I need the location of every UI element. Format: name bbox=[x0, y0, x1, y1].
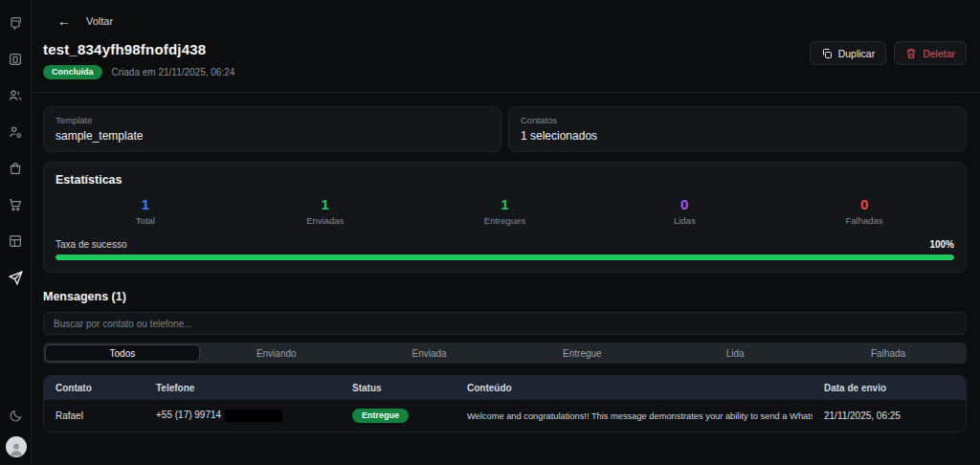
moon-icon[interactable] bbox=[5, 404, 28, 427]
copy-icon bbox=[821, 48, 833, 59]
tab-falhada[interactable]: Falhada bbox=[812, 344, 965, 362]
success-rate-label: Taxa de sucesso bbox=[56, 239, 127, 250]
messages-table: Contato Telefone Status Conteúdo Data de… bbox=[43, 375, 967, 432]
device-icon[interactable] bbox=[4, 48, 27, 71]
template-card: Template sample_template bbox=[43, 106, 501, 152]
statistics-card: Estatísticas 1 Total 1 Enviadas 1 Entreg… bbox=[43, 162, 967, 273]
col-conteudo: Conteúdo bbox=[456, 376, 813, 400]
tab-enviando[interactable]: Enviando bbox=[200, 344, 353, 362]
stat-lidas: 0 Lidas bbox=[594, 196, 774, 226]
users-icon[interactable] bbox=[4, 84, 27, 107]
page-title: test_834yfh98fnofdj438 bbox=[43, 41, 234, 57]
stat-total: 1 Total bbox=[56, 196, 235, 226]
search-input[interactable] bbox=[43, 312, 967, 335]
contacts-label: Contatos bbox=[521, 115, 954, 125]
col-status: Status bbox=[341, 376, 456, 400]
back-arrow-icon[interactable]: ← bbox=[57, 14, 71, 28]
cell-date: 21/11/2025, 06:25 bbox=[813, 400, 967, 432]
tab-todos[interactable]: Todos bbox=[45, 344, 200, 362]
status-badge: Concluída bbox=[43, 65, 102, 79]
phone-redaction-box bbox=[225, 410, 282, 422]
messages-title: Mensagens (1) bbox=[32, 273, 980, 303]
stat-enviadas: 1 Enviadas bbox=[235, 196, 415, 226]
success-progress-bar bbox=[56, 255, 954, 260]
statistics-title: Estatísticas bbox=[56, 173, 954, 187]
table-header-row: Contato Telefone Status Conteúdo Data de… bbox=[44, 376, 967, 400]
success-rate-value: 100% bbox=[929, 239, 954, 250]
back-link[interactable]: Voltar bbox=[86, 15, 113, 27]
shopping-cart-icon[interactable] bbox=[4, 193, 27, 216]
tab-entregue[interactable]: Entregue bbox=[505, 344, 658, 362]
main-content: ← Voltar test_834yfh98fnofdj438 Concluíd… bbox=[32, 0, 980, 465]
contacts-value: 1 selecionados bbox=[521, 129, 954, 143]
col-telefone: Telefone bbox=[145, 376, 341, 400]
cell-phone: +55 (17) 99714 bbox=[145, 400, 341, 432]
back-row: ← Voltar bbox=[32, 0, 980, 28]
template-label: Template bbox=[56, 115, 489, 125]
trash-icon bbox=[905, 48, 917, 59]
cell-content: Welcome and congratulations!! This messa… bbox=[456, 400, 813, 432]
success-progress-fill bbox=[56, 255, 954, 260]
cell-contact: Rafael bbox=[44, 400, 145, 432]
tab-enviada[interactable]: Enviada bbox=[353, 344, 506, 362]
stat-entregues: 1 Entregues bbox=[415, 196, 595, 226]
contacts-card: Contatos 1 selecionados bbox=[508, 106, 967, 152]
sidebar bbox=[0, 0, 32, 465]
duplicate-button[interactable]: Duplicar bbox=[810, 41, 887, 65]
col-data-de-envio: Data de envio bbox=[813, 376, 967, 400]
stat-falhadas: 0 Falhadas bbox=[774, 196, 954, 226]
created-at-text: Criada em 21/11/2025, 06:24 bbox=[112, 67, 235, 78]
chat-bubbles-icon[interactable] bbox=[4, 11, 27, 34]
shopping-bag-icon[interactable] bbox=[4, 157, 27, 180]
delete-button[interactable]: Deletar bbox=[894, 41, 967, 65]
col-contato: Contato bbox=[44, 376, 145, 400]
status-filter-tabs: Todos Enviando Enviada Entregue Lida Fal… bbox=[43, 343, 967, 364]
cell-status: Entregue bbox=[341, 400, 456, 432]
user-avatar[interactable] bbox=[6, 436, 27, 457]
tab-lida[interactable]: Lida bbox=[658, 344, 812, 362]
template-value: sample_template bbox=[56, 129, 489, 143]
table-row[interactable]: Rafael +55 (17) 99714 Entregue Welcome a… bbox=[44, 400, 967, 432]
panels-icon[interactable] bbox=[4, 230, 27, 253]
user-settings-icon[interactable] bbox=[4, 121, 27, 144]
send-icon[interactable] bbox=[4, 266, 27, 289]
delivered-badge: Entregue bbox=[352, 409, 409, 423]
